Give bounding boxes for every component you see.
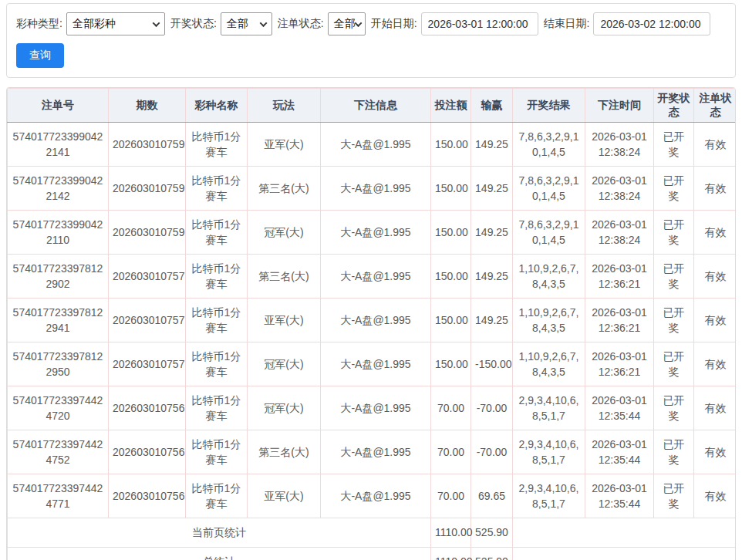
table-row: 5740177233978122950202603010757比特币1分赛车冠军… <box>8 342 737 386</box>
cell-lottery-name: 比特币1分赛车 <box>186 211 248 255</box>
draw-status-select[interactable]: 全部 <box>221 12 272 35</box>
column-header: 彩种名称 <box>186 89 248 123</box>
cell-play-type: 第三名(大) <box>248 430 321 474</box>
cell-draw-status: 已开奖 <box>654 167 694 211</box>
cell-draw-status: 已开奖 <box>654 474 694 518</box>
table-row: 5740177233990422142202603010759比特币1分赛车第三… <box>8 167 737 211</box>
start-date-label: 开始日期: <box>371 17 417 31</box>
column-header: 下注时间 <box>585 89 654 123</box>
cell-draw-result: 1,10,9,2,6,7,8,4,3,5 <box>513 342 585 386</box>
cell-bet-time: 2026-03-01 12:36:21 <box>585 342 654 386</box>
lottery-type-select[interactable]: 全部彩种 <box>66 12 165 35</box>
cell-order-status: 有效 <box>694 255 737 299</box>
filter-group-order-status: 注单状态: 全部 <box>278 12 366 35</box>
cell-win-loss: 149.25 <box>471 123 513 167</box>
cell-order-id: 5740177233978122902 <box>8 255 109 299</box>
chevron-down-icon <box>354 19 362 27</box>
cell-lottery-name: 比特币1分赛车 <box>186 474 248 518</box>
cell-draw-result: 1,10,9,2,6,7,8,4,3,5 <box>513 255 585 299</box>
cell-draw-result: 7,8,6,3,2,9,10,1,4,5 <box>513 123 585 167</box>
cell-win-loss: 149.25 <box>471 167 513 211</box>
bet-records-table: 注单号期数彩种名称玩法下注信息投注额输赢开奖结果下注时间开奖状态注单状态 574… <box>7 88 736 560</box>
cell-order-status: 有效 <box>694 430 737 474</box>
cell-win-loss: -70.00 <box>471 386 513 430</box>
column-header: 玩法 <box>248 89 321 123</box>
cell-bet-info: 大-A盘@1.995 <box>321 474 431 518</box>
cell-draw-status: 已开奖 <box>654 430 694 474</box>
cell-play-type: 亚军(大) <box>248 123 321 167</box>
summary-empty <box>513 548 737 560</box>
cell-play-type: 冠军(大) <box>248 386 321 430</box>
cell-win-loss: 149.25 <box>471 255 513 299</box>
cell-bet-amount: 150.00 <box>431 123 471 167</box>
cell-bet-amount: 150.00 <box>431 167 471 211</box>
filter-group-draw-status: 开奖状态: 全部 <box>170 12 272 35</box>
cell-win-loss: 149.25 <box>471 211 513 255</box>
query-button[interactable]: 查询 <box>16 43 64 68</box>
cell-order-id: 5740177233974424720 <box>8 386 109 430</box>
start-date-input[interactable] <box>421 12 538 35</box>
cell-win-loss: 149.25 <box>471 299 513 342</box>
column-header: 期数 <box>109 89 186 123</box>
summary-empty <box>513 518 737 548</box>
cell-order-id: 5740177233990422110 <box>8 211 109 255</box>
cell-bet-info: 大-A盘@1.995 <box>321 299 431 342</box>
cell-order-id: 5740177233990422142 <box>8 167 109 211</box>
cell-period: 202603010759 <box>109 211 186 255</box>
table-row: 5740177233978122902202603010757比特币1分赛车第三… <box>8 255 737 299</box>
cell-draw-status: 已开奖 <box>654 255 694 299</box>
cell-draw-result: 2,9,3,4,10,6,8,5,1,7 <box>513 474 585 518</box>
filter-panel: 彩种类型: 全部彩种 开奖状态: 全部 注单状态: 全部 开始日期: 结 <box>6 3 736 78</box>
summary-winloss-total: 525.90 <box>471 518 513 548</box>
cell-order-status: 有效 <box>694 299 737 342</box>
lottery-type-value: 全部彩种 <box>73 17 116 31</box>
cell-draw-status: 已开奖 <box>654 211 694 255</box>
summary-row: 当前页统计1110.00525.90 <box>8 518 737 548</box>
lottery-type-label: 彩种类型: <box>16 17 62 31</box>
cell-bet-info: 大-A盘@1.995 <box>321 255 431 299</box>
cell-bet-time: 2026-03-01 12:38:24 <box>585 211 654 255</box>
column-header: 注单状态 <box>694 89 737 123</box>
summary-label: 总统计 <box>8 548 431 560</box>
cell-order-id: 5740177233974424771 <box>8 474 109 518</box>
cell-bet-amount: 150.00 <box>431 299 471 342</box>
filter-group-end-date: 结束日期: <box>544 12 711 35</box>
cell-period: 202603010759 <box>109 167 186 211</box>
cell-draw-result: 7,8,6,3,2,9,10,1,4,5 <box>513 167 585 211</box>
button-row: 查询 <box>16 43 726 68</box>
cell-order-id: 5740177233990422141 <box>8 123 109 167</box>
cell-bet-info: 大-A盘@1.995 <box>321 211 431 255</box>
table-row: 5740177233990422141202603010759比特币1分赛车亚军… <box>8 123 737 167</box>
column-header: 下注信息 <box>321 89 431 123</box>
cell-lottery-name: 比特币1分赛车 <box>186 255 248 299</box>
cell-win-loss: -150.00 <box>471 342 513 386</box>
cell-order-status: 有效 <box>694 211 737 255</box>
cell-period: 202603010757 <box>109 255 186 299</box>
table-row: 5740177233974424771202603010756比特币1分赛车亚军… <box>8 474 737 518</box>
cell-play-type: 冠军(大) <box>248 342 321 386</box>
draw-status-value: 全部 <box>227 17 248 31</box>
cell-play-type: 冠军(大) <box>248 211 321 255</box>
filter-group-lottery-type: 彩种类型: 全部彩种 <box>16 12 165 35</box>
filter-group-start-date: 开始日期: <box>371 12 538 35</box>
table-row: 5740177233978122941202603010757比特币1分赛车亚军… <box>8 299 737 342</box>
end-date-label: 结束日期: <box>544 17 590 31</box>
order-status-select[interactable]: 全部 <box>328 12 366 35</box>
cell-order-status: 有效 <box>694 123 737 167</box>
cell-draw-result: 1,10,9,2,6,7,8,4,3,5 <box>513 299 585 342</box>
header-row: 注单号期数彩种名称玩法下注信息投注额输赢开奖结果下注时间开奖状态注单状态 <box>8 89 737 123</box>
cell-order-status: 有效 <box>694 474 737 518</box>
cell-lottery-name: 比特币1分赛车 <box>186 299 248 342</box>
cell-bet-info: 大-A盘@1.995 <box>321 386 431 430</box>
cell-win-loss: -70.00 <box>471 430 513 474</box>
cell-period: 202603010756 <box>109 430 186 474</box>
cell-bet-time: 2026-03-01 12:36:21 <box>585 299 654 342</box>
cell-bet-info: 大-A盘@1.995 <box>321 167 431 211</box>
cell-draw-status: 已开奖 <box>654 342 694 386</box>
cell-draw-status: 已开奖 <box>654 386 694 430</box>
end-date-input[interactable] <box>593 12 710 35</box>
table-row: 5740177233990422110202603010759比特币1分赛车冠军… <box>8 211 737 255</box>
cell-bet-amount: 150.00 <box>431 211 471 255</box>
column-header: 投注额 <box>431 89 471 123</box>
table-row: 5740177233974424752202603010756比特币1分赛车第三… <box>8 430 737 474</box>
